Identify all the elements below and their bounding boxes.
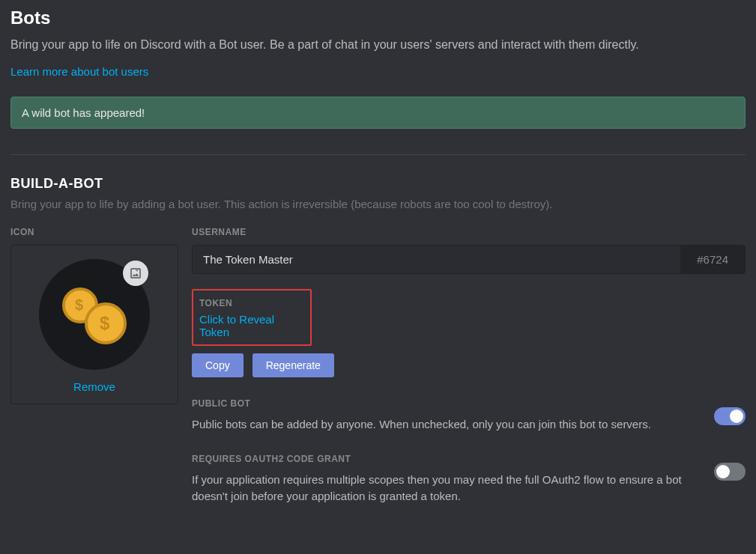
oauth2-toggle[interactable] xyxy=(714,463,746,481)
icon-label: ICON xyxy=(10,227,178,237)
coins-icon: $ $ xyxy=(61,284,128,344)
icon-upload-box: $ $ Remove xyxy=(10,245,178,404)
alert-text: A wild bot has appeared! xyxy=(22,106,145,119)
divider xyxy=(10,154,746,155)
remove-icon-link[interactable]: Remove xyxy=(20,380,169,393)
oauth2-setting: REQUIRES OAUTH2 CODE GRANT If your appli… xyxy=(192,454,746,505)
token-label: TOKEN xyxy=(199,298,304,308)
username-label: USERNAME xyxy=(192,227,746,237)
toggle-knob xyxy=(716,465,730,478)
username-input[interactable] xyxy=(193,246,680,273)
learn-more-link[interactable]: Learn more about bot users xyxy=(10,65,148,78)
public-bot-label: PUBLIC BOT xyxy=(192,398,696,409)
public-bot-description: Public bots can be added by anyone. When… xyxy=(192,416,696,433)
image-add-icon xyxy=(129,267,142,280)
copy-button[interactable]: Copy xyxy=(192,353,244,377)
upload-image-button[interactable] xyxy=(123,261,148,286)
public-bot-setting: PUBLIC BOT Public bots can be added by a… xyxy=(192,398,746,433)
toggle-knob xyxy=(730,410,743,423)
username-field-row: #6724 xyxy=(192,245,746,274)
oauth2-description: If your application requires multiple sc… xyxy=(192,472,696,505)
oauth2-label: REQUIRES OAUTH2 CODE GRANT xyxy=(192,454,696,464)
build-a-bot-description: Bring your app to life by adding a bot u… xyxy=(10,198,746,210)
public-bot-toggle[interactable] xyxy=(714,407,746,425)
page-description: Bring your app to life on Discord with a… xyxy=(10,36,746,53)
regenerate-button[interactable]: Regenerate xyxy=(252,353,334,377)
reveal-token-link[interactable]: Click to Reveal Token xyxy=(199,313,304,338)
token-section: TOKEN Click to Reveal Token xyxy=(192,289,312,346)
page-title: Bots xyxy=(10,7,746,28)
build-a-bot-title: BUILD-A-BOT xyxy=(10,176,746,192)
discriminator: #6724 xyxy=(680,246,745,273)
success-alert: A wild bot has appeared! xyxy=(10,97,746,129)
